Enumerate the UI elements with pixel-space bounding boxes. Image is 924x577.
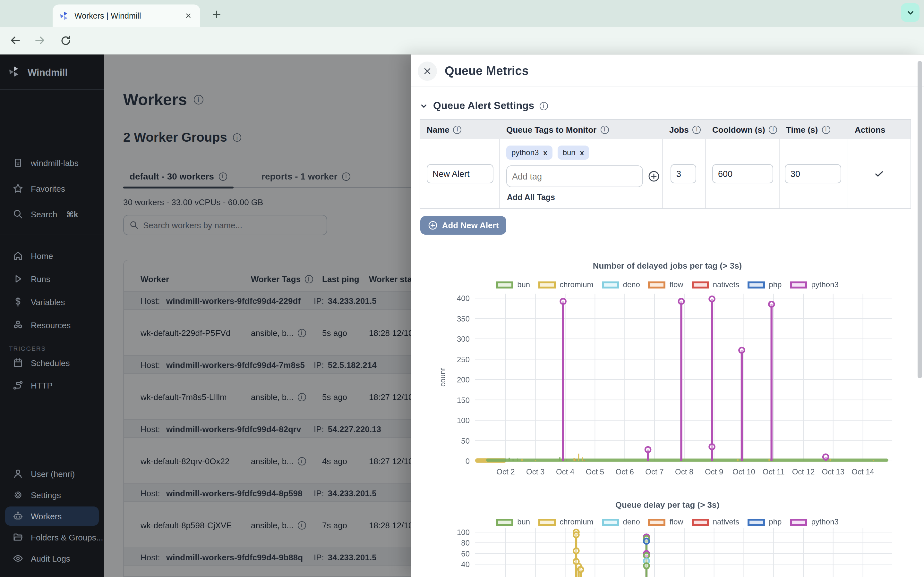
svg-text:150: 150 xyxy=(457,396,470,405)
shortcut-badge: ⌘k xyxy=(66,210,78,219)
section-title: Queue Alert Settings xyxy=(433,100,534,111)
svg-text:Oct 7: Oct 7 xyxy=(645,467,664,476)
drawer-backdrop[interactable] xyxy=(104,55,411,577)
folder-icon xyxy=(13,532,23,542)
info-icon[interactable] xyxy=(600,125,609,134)
info-icon[interactable] xyxy=(540,102,548,110)
sidebar-item-audit[interactable]: Audit Logs xyxy=(5,549,99,568)
add-all-tags-link[interactable]: Add All Tags xyxy=(507,193,555,202)
legend-item-flow[interactable]: flow xyxy=(648,280,683,289)
tag-chips: python3xbunx xyxy=(506,145,589,160)
alert-name-input[interactable] xyxy=(427,164,493,183)
legend-item-python3[interactable]: python3 xyxy=(790,517,838,526)
brand-label: Windmill xyxy=(27,66,68,77)
sidebar-item-label: Home xyxy=(31,251,53,261)
add-tag-plus-icon[interactable] xyxy=(648,171,660,182)
legend-swatch xyxy=(602,518,619,525)
legend-item-chromium[interactable]: chromium xyxy=(538,280,593,289)
legend-item-nativets[interactable]: nativets xyxy=(692,517,740,526)
route-icon xyxy=(13,380,23,390)
home-icon xyxy=(13,251,23,261)
confirm-check-icon[interactable] xyxy=(874,169,884,179)
svg-text:Oct 13: Oct 13 xyxy=(822,467,845,476)
new-tab-button[interactable] xyxy=(209,7,223,21)
add-new-alert-button[interactable]: Add New Alert xyxy=(420,216,506,235)
svg-text:0: 0 xyxy=(465,457,470,466)
sidebar: Windmill windmill-labsFavoritesSearch⌘k … xyxy=(0,55,104,577)
info-icon[interactable] xyxy=(693,125,701,134)
alert-column-header: Queue Tags to Monitor xyxy=(500,120,663,139)
svg-text:50: 50 xyxy=(461,437,470,445)
alert-actions-cell xyxy=(848,139,911,208)
remove-tag-icon[interactable]: x xyxy=(580,149,584,156)
svg-text:350: 350 xyxy=(457,314,470,323)
legend-swatch xyxy=(748,281,765,288)
svg-text:Oct 11: Oct 11 xyxy=(762,467,785,476)
drawer-scrollbar[interactable] xyxy=(918,61,922,378)
brand[interactable]: Windmill xyxy=(0,62,68,81)
svg-text:Oct 10: Oct 10 xyxy=(732,467,755,476)
add-tag-input[interactable] xyxy=(506,165,643,187)
sidebar-item-workers[interactable]: Workers xyxy=(5,506,99,526)
info-icon[interactable] xyxy=(453,125,462,134)
sidebar-item-runs[interactable]: Runs xyxy=(5,269,99,288)
time-input[interactable] xyxy=(785,164,841,183)
drawer-close-button[interactable] xyxy=(418,61,437,81)
legend-item-python3[interactable]: python3 xyxy=(790,280,838,289)
queue-delay-chart-title: Queue delay per tag (> 3s) xyxy=(411,500,924,510)
legend-item-php[interactable]: php xyxy=(748,280,782,289)
sidebar-item-settings[interactable]: Settings xyxy=(5,485,99,504)
svg-text:80: 80 xyxy=(461,538,470,547)
sidebar-item-favorites[interactable]: Favorites xyxy=(5,179,99,198)
sidebar-item-label: HTTP xyxy=(31,380,53,390)
legend-item-deno[interactable]: deno xyxy=(602,280,640,289)
forward-button[interactable] xyxy=(32,33,47,48)
svg-text:Oct 2: Oct 2 xyxy=(496,467,515,476)
legend-item-nativets[interactable]: nativets xyxy=(692,280,740,289)
svg-text:Oct 6: Oct 6 xyxy=(615,467,634,476)
svg-text:40: 40 xyxy=(461,560,470,569)
jobs-input[interactable] xyxy=(670,164,696,183)
info-icon[interactable] xyxy=(769,125,777,134)
legend-item-deno[interactable]: deno xyxy=(602,517,640,526)
sidebar-item-home[interactable]: Home xyxy=(5,246,99,266)
window-chevron-down-icon[interactable] xyxy=(901,3,919,22)
legend-item-flow[interactable]: flow xyxy=(648,517,683,526)
back-button[interactable] xyxy=(8,33,23,48)
sidebar-item-variables[interactable]: Variables xyxy=(5,292,99,311)
svg-text:100: 100 xyxy=(457,416,470,425)
cooldown-input[interactable] xyxy=(712,164,773,183)
queue-delay-chart-legend: bunchromiumdenoflownativetsphppython3 xyxy=(411,517,924,526)
sidebar-item-label: User (henri) xyxy=(31,469,75,479)
reload-button[interactable] xyxy=(58,33,73,48)
sidebar-item-resources[interactable]: Resources xyxy=(5,316,99,335)
svg-text:400: 400 xyxy=(457,294,470,303)
tab-close-icon[interactable] xyxy=(182,10,194,21)
legend-item-chromium[interactable]: chromium xyxy=(538,517,593,526)
svg-text:Oct 5: Oct 5 xyxy=(586,467,604,476)
sidebar-item-label: Variables xyxy=(31,297,65,307)
legend-swatch xyxy=(692,281,709,288)
tag-chip-python3: python3x xyxy=(506,145,552,160)
legend-item-bun[interactable]: bun xyxy=(496,280,530,289)
queue-alert-settings-section[interactable]: Queue Alert Settings xyxy=(420,100,548,111)
info-icon[interactable] xyxy=(822,125,830,134)
delayed-jobs-chart: 050100150200250300350400Oct 2Oct 3Oct 4O… xyxy=(415,290,905,477)
sidebar-item-http[interactable]: HTTP xyxy=(5,376,99,395)
legend-item-bun[interactable]: bun xyxy=(496,517,530,526)
legend-item-php[interactable]: php xyxy=(748,517,782,526)
remove-tag-icon[interactable]: x xyxy=(543,149,547,156)
divider xyxy=(411,87,924,87)
svg-text:200: 200 xyxy=(457,376,470,384)
alert-table-row: python3xbunx Add All Tags xyxy=(420,139,911,208)
sidebar-item-user[interactable]: User (henri) xyxy=(5,464,99,484)
sidebar-item-search[interactable]: Search⌘k xyxy=(5,205,99,224)
sidebar-item-folders[interactable]: Folders & Groups... xyxy=(5,528,99,547)
sidebar-item-schedules[interactable]: Schedules xyxy=(5,353,99,372)
alert-name-cell xyxy=(420,139,500,208)
sidebar-item-windmill-labs[interactable]: windmill-labs xyxy=(5,153,99,172)
browser-tab[interactable]: Workers | Windmill xyxy=(53,5,200,27)
svg-text:Oct 4: Oct 4 xyxy=(556,467,574,476)
svg-text:60: 60 xyxy=(461,550,470,558)
drawer-title: Queue Metrics xyxy=(445,64,529,78)
